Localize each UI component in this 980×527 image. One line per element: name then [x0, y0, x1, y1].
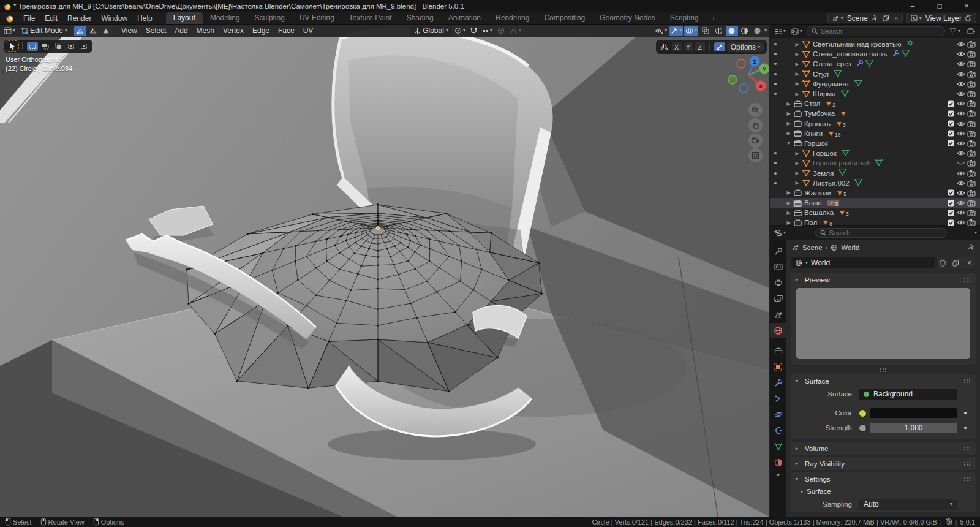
fake-user-shield-button[interactable] — [936, 257, 948, 268]
props-tab-view-layer[interactable] — [770, 291, 786, 306]
eye-visible-icon[interactable] — [956, 210, 967, 216]
minimize-button[interactable]: – — [899, 0, 926, 12]
outliner-item-name[interactable]: Книги — [804, 130, 823, 137]
outliner-item-name[interactable]: Кровать — [804, 120, 831, 127]
mode-selector[interactable]: Edit Mode▾ — [18, 26, 71, 36]
eye-visible-icon[interactable] — [956, 71, 967, 77]
camera-render-icon[interactable] — [967, 100, 977, 107]
sampling-dropdown[interactable]: Auto▾ — [859, 499, 957, 510]
settings-panel-header[interactable]: ▾Settings — [791, 472, 976, 485]
animate-color-dot[interactable]: ● — [960, 410, 970, 416]
props-tab-scene[interactable] — [770, 307, 786, 322]
exclude-checkbox[interactable] — [946, 110, 957, 117]
outliner-row-горшок[interactable]: ▼Горшок — [770, 138, 980, 148]
copy-datablock-button[interactable] — [949, 257, 962, 268]
overlays-dropdown[interactable]: ▾ — [684, 26, 698, 36]
proportional-editing-toggle[interactable] — [495, 26, 507, 36]
outliner-row-тумбочка[interactable]: ▶Тумбочка — [770, 108, 980, 118]
exclude-checkbox[interactable] — [946, 210, 957, 216]
camera-render-icon[interactable] — [967, 199, 977, 207]
outliner-item-name[interactable]: Стол — [804, 100, 820, 107]
menu-file[interactable]: File — [18, 12, 40, 24]
surface-shader-button[interactable]: Background — [859, 389, 957, 400]
eye-visible-icon[interactable] — [956, 219, 967, 226]
viewport-menu-mesh[interactable]: Mesh — [192, 26, 219, 35]
pin-id-icon[interactable] — [968, 243, 974, 252]
settings-surface-subpanel-header[interactable]: ▾Surface — [791, 485, 976, 498]
camera-render-icon[interactable] — [967, 219, 977, 226]
workspace-tab-geometry-nodes[interactable]: Geometry Nodes — [592, 12, 663, 24]
expand-arrow[interactable]: ▶ — [785, 111, 793, 116]
props-tab-object-data[interactable] — [770, 439, 786, 454]
viewport-menu-view[interactable]: View — [117, 26, 141, 35]
camera-render-icon[interactable] — [967, 159, 977, 167]
outliner-row-стена-срез[interactable]: ▶Стена_срез — [770, 59, 980, 69]
expand-arrow[interactable]: ▶ — [785, 200, 793, 206]
editor-type-button[interactable]: ▾ — [2, 26, 17, 36]
exclude-checkbox[interactable] — [946, 130, 957, 137]
select-mode-intersect-button[interactable] — [78, 42, 89, 51]
panel-grip[interactable] — [963, 278, 971, 282]
menu-render[interactable]: Render — [62, 12, 96, 24]
props-tab-physics[interactable] — [770, 407, 786, 422]
outliner-search[interactable] — [807, 26, 945, 36]
3d-viewport[interactable]: ▾ Edit Mode▾ ViewSelectAddMeshVertexEdge… — [0, 25, 769, 517]
maximize-button[interactable]: □ — [926, 0, 953, 12]
outliner-search-input[interactable] — [821, 28, 940, 35]
xray-toggle[interactable] — [699, 26, 712, 36]
outliner-item-name[interactable]: Горшок — [813, 150, 837, 157]
expand-arrow[interactable]: ▶ — [793, 161, 801, 166]
exclude-checkbox[interactable] — [946, 200, 957, 207]
workspace-tab-compositing[interactable]: Compositing — [537, 12, 592, 24]
orthographic-toggle-button[interactable] — [748, 148, 763, 162]
props-tab-particles[interactable] — [770, 391, 786, 406]
properties-search-input[interactable] — [829, 229, 942, 237]
snap-individual-icon[interactable] — [714, 42, 725, 51]
camera-render-icon[interactable] — [967, 170, 977, 177]
volume-panel-header[interactable]: ▸Volume — [791, 442, 976, 455]
select-mode-invert-button[interactable] — [66, 42, 77, 51]
expand-arrow[interactable]: ▶ — [793, 81, 801, 86]
eye-visible-icon[interactable] — [956, 140, 967, 146]
proportional-falloff-dropdown[interactable]: ▾ — [508, 26, 522, 36]
props-tab-world[interactable] — [770, 323, 786, 338]
properties-search[interactable] — [815, 228, 947, 238]
camera-render-icon[interactable] — [967, 90, 977, 97]
pin-icon[interactable] — [870, 15, 879, 21]
outliner-row-светильники-над-кроватью[interactable]: ▶Светильники над кроватью — [770, 39, 980, 49]
outliner-row-земля[interactable]: ▶Земля — [770, 168, 980, 178]
viewport-menu-add[interactable]: Add — [170, 26, 192, 35]
snap-settings-dropdown[interactable]: ▾ — [481, 26, 494, 36]
eye-visible-icon[interactable] — [956, 131, 967, 137]
menu-edit[interactable]: Edit — [40, 12, 62, 24]
view-layer-selector[interactable]: ▾ View Layer — [907, 13, 976, 23]
exclude-checkbox[interactable] — [946, 219, 957, 226]
workspace-tab-animation[interactable]: Animation — [441, 12, 488, 24]
world-color-swatch[interactable] — [870, 408, 957, 418]
eye-visible-icon[interactable] — [956, 121, 967, 127]
camera-render-icon[interactable] — [967, 180, 977, 187]
eye-visible-icon[interactable] — [956, 100, 967, 107]
outliner-item-name[interactable]: Горшок — [804, 140, 828, 147]
viewport-menu-face[interactable]: Face — [274, 26, 299, 35]
workspace-tab-layout[interactable]: Layout — [166, 12, 203, 24]
eye-visible-icon[interactable] — [956, 91, 967, 97]
snap-toggle-icon[interactable] — [468, 26, 480, 36]
props-tab-tool[interactable] — [770, 243, 786, 259]
expand-arrow[interactable]: ▼ — [785, 140, 793, 146]
expand-arrow[interactable]: ▶ — [785, 101, 793, 107]
outliner-row-кровать[interactable]: ▶Кровать3 — [770, 119, 980, 129]
camera-render-icon[interactable] — [967, 60, 977, 67]
camera-render-icon[interactable] — [967, 150, 977, 157]
breadcrumb-scene[interactable]: Scene — [802, 244, 823, 251]
view-layer-name[interactable]: View Layer — [925, 14, 962, 23]
surface-panel-header[interactable]: ▾Surface — [791, 374, 976, 387]
outliner-row-листья-002[interactable]: ▶Листья.002 — [770, 178, 980, 188]
tool-options-dropdown[interactable]: Options▾ — [727, 42, 764, 52]
outliner-item-name[interactable]: Вьюн — [804, 199, 822, 207]
outliner-item-name[interactable]: Вешалка — [804, 209, 834, 216]
eye-visible-icon[interactable] — [956, 61, 967, 67]
outliner-row-горшок-разбитый[interactable]: ▶Горшок разбитый — [770, 158, 980, 168]
mirror-y-toggle[interactable]: Y — [684, 42, 693, 51]
eye-visible-icon[interactable] — [956, 170, 967, 176]
